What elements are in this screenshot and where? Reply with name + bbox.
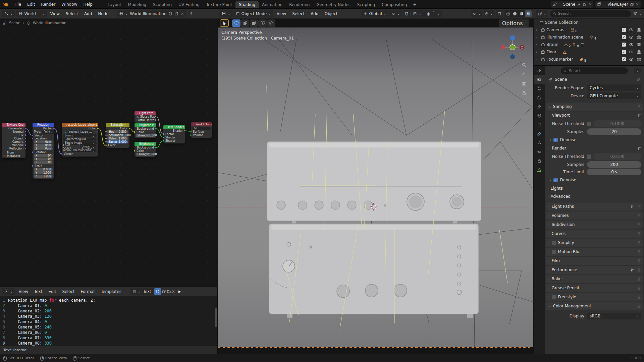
output-target-dropdown[interactable]: All⌄ <box>192 127 211 130</box>
menu-help[interactable]: Help <box>80 0 95 9</box>
outliner-row-floor[interactable]: › Floor ✓ <box>534 48 644 56</box>
render-noise-threshold-field[interactable]: 0.0100 <box>593 153 641 160</box>
fake-user-shield-button[interactable] <box>154 288 161 295</box>
tab-object[interactable] <box>534 120 545 129</box>
add-workspace-button[interactable]: + <box>410 1 419 9</box>
tab-uv-editing[interactable]: UV Editing <box>175 1 203 9</box>
render-camera-icon[interactable] <box>637 35 641 40</box>
hide-eye-icon[interactable] <box>629 35 634 40</box>
menu-view[interactable]: View <box>48 9 62 19</box>
socket[interactable] <box>24 134 26 136</box>
tab-view-layer[interactable] <box>534 93 545 102</box>
expand-icon[interactable]: › <box>536 43 539 46</box>
pan-hand-icon[interactable] <box>522 72 527 77</box>
tab-constraints[interactable] <box>534 156 545 165</box>
magnet-snap-icon[interactable]: Ω <box>405 11 408 16</box>
outliner-row-focus-marker[interactable]: › Focus Marker 8 ✓ <box>534 56 644 63</box>
camera-view-icon[interactable] <box>522 81 527 86</box>
outliner-row-illumination[interactable]: › Illumination scene 4 ✓ <box>534 34 644 41</box>
shading-material-button[interactable] <box>518 10 525 17</box>
fake-user-shield-icon[interactable] <box>168 12 172 16</box>
factor-field[interactable]: Factor1.000 <box>107 140 128 143</box>
hue-field[interactable]: Hue0.500 <box>107 130 128 133</box>
open-text-icon[interactable] <box>167 289 171 294</box>
tab-texture-paint[interactable]: Texture Paint <box>203 1 235 9</box>
pivot-point-dropdown[interactable]: ⌄ <box>389 10 402 17</box>
socket[interactable] <box>155 119 157 121</box>
code-area[interactable]: 1Rotation EXR map for each camera, Z: 2 … <box>0 296 217 346</box>
noise-threshold-checkbox[interactable] <box>587 122 591 126</box>
filter-sliders-icon[interactable] <box>637 146 641 150</box>
mode-dropdown[interactable]: Object Mode ⌄ <box>233 10 273 17</box>
node-canvas[interactable]: Scene › World Illumination ⌄Texture Coor… <box>0 19 217 287</box>
panel-motion-blur[interactable]: ›Motion Blur⣿ <box>546 248 643 256</box>
menu-view[interactable]: View <box>16 287 31 297</box>
motion-blur-checkbox[interactable] <box>552 250 556 254</box>
socket[interactable] <box>105 134 107 136</box>
socket[interactable] <box>105 137 107 139</box>
hide-eye-icon[interactable] <box>629 27 634 32</box>
options-button[interactable]: Options˅ <box>499 19 529 27</box>
socket[interactable] <box>53 127 55 129</box>
expand-icon[interactable]: › <box>550 138 551 141</box>
navigation-gizmo[interactable]: X <box>501 34 528 61</box>
tab-output[interactable] <box>534 84 545 93</box>
properties-search-input[interactable]: Search <box>561 67 628 74</box>
unlink-image-icon[interactable]: ✕ <box>96 131 98 133</box>
new-datablock-icon[interactable] <box>174 12 178 16</box>
panel-performance[interactable]: ›Performance ⣿ <box>546 266 643 274</box>
panel-volumes[interactable]: ›Volumes⣿ <box>546 212 643 220</box>
scale-x-field[interactable]: X0.000 <box>34 168 53 171</box>
expand-icon[interactable]: › <box>550 178 551 182</box>
socket[interactable] <box>155 116 157 118</box>
filter-dropdown[interactable]: ⌄ <box>634 68 641 73</box>
snap-controls[interactable]: Ω | ⌄ <box>403 10 424 17</box>
expand-icon[interactable]: › <box>536 50 539 54</box>
filter-sliders-icon[interactable] <box>637 113 641 118</box>
unlink-text-icon[interactable]: ✕ <box>172 289 175 294</box>
menu-edit[interactable]: Edit <box>24 0 38 9</box>
run-script-button[interactable]: ▶ <box>178 290 181 293</box>
panel-film[interactable]: ›Film⣿ <box>546 257 643 265</box>
editor-type-button[interactable]: ⌄ <box>219 10 233 17</box>
node-light-path[interactable]: ⌄Light Path Is Glossy Ray Portal Depth <box>135 111 156 123</box>
socket[interactable] <box>32 165 34 167</box>
socket[interactable] <box>32 134 34 136</box>
tab-shading[interactable]: Shading <box>235 1 259 9</box>
proportional-editing[interactable]: ◉ ⌒ ⌄ <box>424 10 442 17</box>
socket[interactable] <box>24 137 26 139</box>
socket[interactable] <box>105 141 107 143</box>
location-y-field[interactable]: Y0cm <box>34 144 53 147</box>
strength-field[interactable]: Strength1.500 <box>136 134 155 137</box>
new-viewlayer-icon[interactable] <box>630 2 634 6</box>
render-camera-icon[interactable] <box>637 50 641 54</box>
socket[interactable] <box>24 127 26 129</box>
from-instancer-checkbox[interactable]: From Instancer <box>2 150 25 158</box>
socket[interactable] <box>190 131 192 133</box>
shading-rendered-button[interactable] <box>525 10 532 17</box>
world-datablock-name[interactable]: World Illumination <box>130 11 166 16</box>
socket[interactable] <box>155 146 157 148</box>
proportional-icon[interactable]: ◉ <box>427 11 430 16</box>
active-tool-tweak-button[interactable] <box>220 19 229 27</box>
socket[interactable] <box>162 140 164 142</box>
alpha-dropdown[interactable]: Premultiplied⌄ <box>72 149 97 152</box>
location-x-field[interactable]: X0cm <box>34 140 53 143</box>
node-saturation[interactable]: ⌄Saturation Color Hue0.500 Saturation1.0… <box>106 123 129 148</box>
menu-edit[interactable]: Edit <box>46 287 59 297</box>
viewport-denoise-checkbox[interactable]: ✓ <box>553 138 558 142</box>
node-world-output[interactable]: ⌄World Output All⌄ Surface Volume <box>191 122 212 138</box>
select-subtract-button[interactable] <box>250 19 258 27</box>
tab-layout[interactable]: Layout <box>104 1 125 9</box>
socket[interactable] <box>105 144 107 146</box>
subpanel-advanced[interactable]: ›Advanced <box>547 193 641 200</box>
subpanel-render[interactable]: ⌄Render <box>547 144 641 152</box>
socket[interactable] <box>24 147 26 149</box>
simplify-checkbox[interactable] <box>552 241 556 245</box>
time-limit-field[interactable]: 0 s <box>587 169 641 175</box>
tab-render[interactable] <box>534 75 545 84</box>
render-camera-icon[interactable] <box>637 57 641 62</box>
scene-selector[interactable]: ⌄ Scene ✕ <box>551 1 593 8</box>
transform-orientation-dropdown[interactable]: Global ⌄ <box>361 10 389 17</box>
freestyle-checkbox[interactable] <box>552 295 556 299</box>
